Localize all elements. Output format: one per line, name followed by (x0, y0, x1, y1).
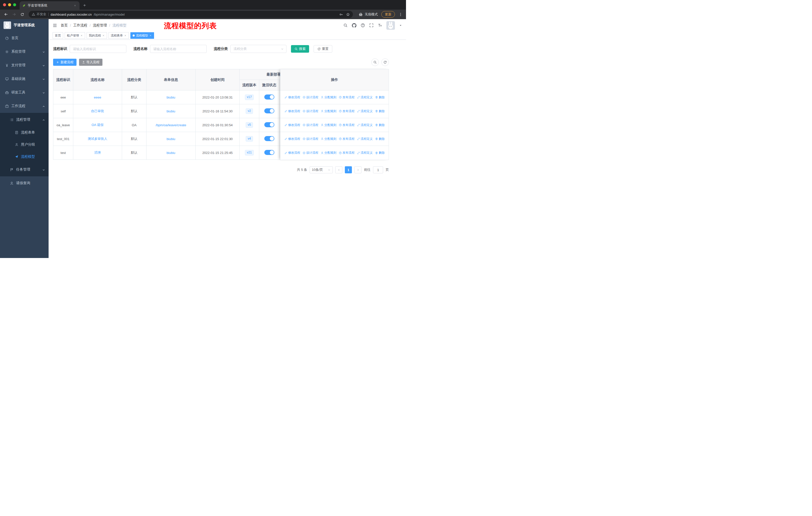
next-page-button[interactable] (354, 166, 361, 173)
security-indicator[interactable]: 不安全 (32, 12, 46, 17)
process-name-link[interactable]: 自己审批 (91, 109, 104, 113)
browser-menu-icon[interactable] (398, 12, 404, 17)
modify-process-link[interactable]: 修改流程 (284, 151, 300, 155)
tag-process-form[interactable]: 流程表单 (109, 32, 129, 39)
reload-button[interactable] (19, 11, 26, 18)
process-key-input[interactable] (70, 45, 126, 53)
tag-close-icon[interactable] (80, 34, 83, 37)
prev-page-button[interactable] (335, 166, 342, 173)
delete-process-link[interactable]: 删除 (375, 137, 385, 141)
process-definition-link[interactable]: 流程定义 (357, 109, 373, 113)
form-link[interactable]: biubiu (167, 137, 175, 141)
category-select[interactable]: 流程分类 (230, 45, 286, 53)
publish-process-link[interactable]: 发布流程 (339, 95, 355, 100)
help-icon[interactable] (361, 23, 365, 27)
form-link[interactable]: biubiu (167, 109, 175, 113)
window-close-button[interactable] (3, 3, 6, 6)
active-toggle[interactable] (264, 136, 274, 141)
version-badge[interactable]: v17 (245, 94, 254, 100)
create-process-button[interactable]: 新建流程 (53, 59, 77, 66)
process-name-link[interactable]: OA 请假 (92, 123, 104, 127)
process-definition-link[interactable]: 流程定义 (357, 151, 373, 155)
sidebar-item-process-form[interactable]: 流程表单 (0, 127, 49, 139)
assign-rule-link[interactable]: 分配规则 (321, 123, 337, 127)
chrome-update-button[interactable]: 更新 (381, 11, 395, 18)
toggle-search-button[interactable] (371, 58, 379, 66)
sidebar-collapse-icon[interactable] (53, 23, 57, 28)
process-definition-link[interactable]: 流程定义 (357, 95, 373, 100)
bookmark-star-icon[interactable] (346, 12, 350, 17)
version-badge[interactable]: v5 (246, 122, 253, 128)
avatar-caret-down-icon[interactable] (399, 24, 402, 27)
user-avatar[interactable] (386, 21, 395, 30)
forward-button[interactable] (10, 11, 18, 18)
fullscreen-icon[interactable] (369, 23, 374, 27)
new-tab-button[interactable] (81, 2, 88, 9)
publish-process-link[interactable]: 发布流程 (339, 137, 355, 141)
window-zoom-button[interactable] (13, 3, 16, 6)
back-button[interactable] (2, 11, 9, 18)
design-process-link[interactable]: 设计流程 (302, 123, 318, 127)
version-badge[interactable]: v21 (245, 150, 254, 156)
design-process-link[interactable]: 设计流程 (302, 137, 318, 141)
tag-close-icon[interactable] (102, 34, 105, 37)
delete-process-link[interactable]: 删除 (375, 109, 385, 113)
tab-close-icon[interactable] (73, 3, 77, 7)
publish-process-link[interactable]: 发布流程 (339, 151, 355, 155)
url-bar[interactable]: 不安全 dashboard.yudao.iocoder.cn/bpm/manag… (29, 11, 353, 18)
breadcrumb-workflow[interactable]: 工作流程 (73, 23, 87, 28)
tag-tenant[interactable]: 租户管理 (65, 32, 85, 39)
page-size-select[interactable]: 10条/页 (310, 166, 333, 173)
version-badge[interactable]: v2 (246, 108, 253, 114)
assign-rule-link[interactable]: 分配规则 (321, 109, 337, 113)
breadcrumb-process-mgmt[interactable]: 流程管理 (93, 23, 107, 28)
browser-tab[interactable]: 芋道管理系统 (20, 1, 80, 9)
form-link[interactable]: biubiu (167, 151, 175, 155)
delete-process-link[interactable]: 删除 (375, 123, 385, 127)
publish-process-link[interactable]: 发布流程 (339, 109, 355, 113)
design-process-link[interactable]: 设计流程 (302, 151, 318, 155)
sidebar-item-payment[interactable]: 支付管理 (0, 58, 49, 72)
assign-rule-link[interactable]: 分配规则 (321, 151, 337, 155)
current-page-button[interactable]: 1 (345, 166, 352, 173)
modify-process-link[interactable]: 修改流程 (284, 95, 300, 100)
breadcrumb-home[interactable]: 首页 (61, 23, 68, 28)
assign-rule-link[interactable]: 分配规则 (321, 95, 337, 100)
process-name-link[interactable]: 测试多审批人 (88, 137, 108, 141)
process-definition-link[interactable]: 流程定义 (357, 137, 373, 141)
sidebar-item-process-model[interactable]: 流程模型 (0, 151, 49, 163)
goto-page-input[interactable] (373, 166, 383, 173)
form-link[interactable]: biubiu (167, 96, 175, 99)
form-link[interactable]: /bpm/oa/leave/create (155, 123, 186, 127)
tag-my-process[interactable]: 我的流程 (87, 32, 107, 39)
sidebar-item-home[interactable]: 首页 (0, 31, 49, 45)
process-definition-link[interactable]: 流程定义 (357, 123, 373, 127)
process-name-input[interactable] (150, 45, 207, 53)
publish-process-link[interactable]: 发布流程 (339, 123, 355, 127)
sidebar-item-workflow[interactable]: 工作流程 (0, 99, 49, 113)
header-search-icon[interactable] (343, 23, 348, 27)
import-process-button[interactable]: 导入流程 (79, 59, 103, 66)
sidebar-item-leave-query[interactable]: 请假查询 (0, 176, 49, 190)
design-process-link[interactable]: 设计流程 (302, 109, 318, 113)
window-minimize-button[interactable] (8, 3, 11, 6)
sidebar-item-task-mgmt[interactable]: 任务管理 (0, 163, 49, 176)
delete-process-link[interactable]: 删除 (375, 151, 385, 155)
sidebar-item-system[interactable]: 系统管理 (0, 45, 49, 58)
process-name-link[interactable]: eeee (94, 96, 101, 99)
tag-close-icon[interactable] (149, 34, 152, 37)
active-toggle[interactable] (264, 94, 274, 100)
sidebar-item-user-group[interactable]: 用户分组 (0, 139, 49, 151)
search-button[interactable]: 搜索 (291, 45, 309, 53)
active-toggle[interactable] (264, 122, 274, 127)
tag-close-icon[interactable] (124, 34, 126, 37)
font-size-icon[interactable] (378, 23, 382, 27)
process-name-link[interactable]: 滔博 (94, 151, 101, 155)
refresh-table-button[interactable] (381, 58, 389, 66)
sidebar-item-infra[interactable]: 基础设施 (0, 72, 49, 86)
modify-process-link[interactable]: 修改流程 (284, 137, 300, 141)
reset-button[interactable]: 重置 (314, 45, 332, 53)
app-logo[interactable]: 芋道管理系统 (0, 19, 49, 31)
design-process-link[interactable]: 设计流程 (302, 95, 318, 100)
sidebar-item-process-mgmt[interactable]: 流程管理 (0, 113, 49, 127)
